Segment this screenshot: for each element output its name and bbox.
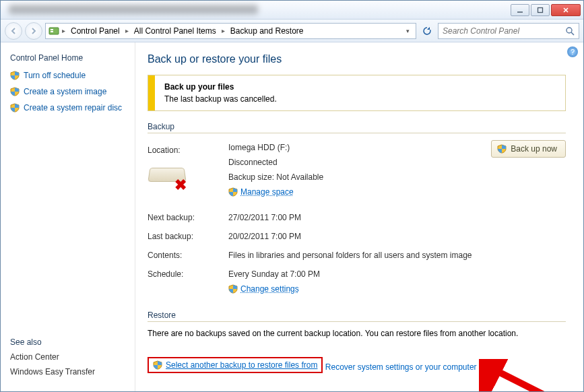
backup-now-label: Back up now bbox=[511, 144, 557, 154]
chevron-right-icon: ▸ bbox=[61, 27, 67, 34]
breadcrumb-item[interactable]: Backup and Restore bbox=[228, 26, 306, 36]
recover-system-link[interactable]: Recover system settings or your computer bbox=[325, 362, 477, 372]
schedule-value: Every Sunday at 7:00 PM bbox=[228, 267, 566, 282]
last-backup-label: Last backup: bbox=[148, 229, 222, 244]
window-titlebar bbox=[1, 1, 583, 20]
shield-icon bbox=[153, 360, 162, 370]
sidebar-link-label: Create a system repair disc bbox=[24, 103, 122, 112]
restore-message: There are no backups saved on the curren… bbox=[148, 329, 566, 338]
alert-title: Back up your files bbox=[164, 82, 277, 92]
page-title: Back up or restore your files bbox=[148, 53, 566, 65]
breadcrumb-item[interactable]: All Control Panel Items bbox=[131, 26, 219, 36]
shield-icon bbox=[497, 144, 507, 154]
error-x-icon: ✖ bbox=[174, 178, 189, 193]
window-title-blurred bbox=[9, 5, 258, 14]
see-also-action-center[interactable]: Action Center bbox=[10, 352, 95, 362]
alert-message: The last backup was cancelled. bbox=[164, 94, 277, 104]
contents-value: Files in libraries and personal folders … bbox=[228, 248, 566, 263]
main-content: Back up or restore your files Back up yo… bbox=[135, 42, 583, 391]
change-settings-link[interactable]: Change settings bbox=[240, 284, 299, 294]
nav-back-button[interactable] bbox=[5, 22, 22, 40]
breadcrumb-item[interactable]: Control Panel bbox=[68, 26, 123, 36]
backup-section-heading: Backup bbox=[148, 122, 566, 133]
shield-icon bbox=[228, 284, 238, 294]
sidebar-link-create-repair-disc[interactable]: Create a system repair disc bbox=[10, 103, 125, 112]
svg-line-8 bbox=[571, 32, 574, 35]
location-value: Iomega HDD (F:) bbox=[228, 140, 472, 155]
minimize-button[interactable] bbox=[511, 4, 529, 16]
address-bar[interactable]: ▸ Control Panel ▸ All Control Panel Item… bbox=[45, 23, 416, 39]
search-icon bbox=[565, 26, 575, 36]
backup-now-button[interactable]: Back up now bbox=[491, 140, 566, 158]
select-another-backup-highlight: Select another backup to restore files f… bbox=[148, 357, 323, 373]
navbar: ▸ Control Panel ▸ All Control Panel Item… bbox=[1, 20, 583, 42]
alert-accent-bar bbox=[148, 75, 155, 110]
search-input[interactable] bbox=[443, 26, 565, 36]
location-label: Location: bbox=[148, 143, 222, 158]
address-dropdown[interactable]: ▾ bbox=[402, 24, 413, 38]
nav-forward-button[interactable] bbox=[25, 22, 42, 40]
maximize-button[interactable] bbox=[531, 4, 550, 16]
next-backup-label: Next backup: bbox=[148, 210, 222, 225]
shield-icon bbox=[10, 87, 20, 96]
sidebar-link-label: Turn off schedule bbox=[24, 71, 86, 80]
sidebar-link-create-system-image[interactable]: Create a system image bbox=[10, 87, 125, 96]
manage-space-link[interactable]: Manage space bbox=[240, 187, 294, 197]
next-backup-value: 27/02/2011 7:00 PM bbox=[228, 210, 566, 225]
schedule-label: Schedule: bbox=[148, 267, 222, 296]
see-also-easy-transfer[interactable]: Windows Easy Transfer bbox=[10, 367, 95, 377]
see-also-section: See also Action Center Windows Easy Tran… bbox=[10, 337, 95, 382]
last-backup-value: 20/02/2011 7:00 PM bbox=[228, 229, 566, 244]
backup-size: Backup size: Not Available bbox=[228, 170, 472, 185]
svg-rect-5 bbox=[51, 29, 53, 30]
shield-icon bbox=[10, 71, 20, 80]
close-button[interactable] bbox=[551, 4, 581, 16]
svg-point-7 bbox=[566, 28, 572, 33]
sidebar-home-link[interactable]: Control Panel Home bbox=[10, 53, 125, 63]
sidebar-link-label: Create a system image bbox=[24, 87, 106, 96]
shield-icon bbox=[10, 103, 20, 112]
alert-box: Back up your files The last backup was c… bbox=[148, 75, 566, 111]
svg-rect-6 bbox=[51, 31, 53, 32]
sidebar-link-turn-off-schedule[interactable]: Turn off schedule bbox=[10, 71, 125, 80]
drive-icon: ✖ bbox=[148, 162, 188, 191]
select-another-backup-link[interactable]: Select another backup to restore files f… bbox=[166, 360, 317, 370]
sidebar: Control Panel Home Turn off schedule Cre… bbox=[1, 42, 135, 391]
connection-status: Disconnected bbox=[228, 155, 472, 170]
restore-section-heading: Restore bbox=[148, 311, 566, 322]
refresh-button[interactable] bbox=[419, 24, 435, 38]
svg-rect-1 bbox=[538, 7, 543, 12]
chevron-right-icon: ▸ bbox=[124, 27, 130, 34]
contents-label: Contents: bbox=[148, 248, 222, 263]
chevron-right-icon: ▸ bbox=[220, 27, 226, 34]
see-also-heading: See also bbox=[10, 337, 95, 347]
search-box[interactable] bbox=[438, 23, 579, 39]
shield-icon bbox=[228, 187, 238, 197]
control-panel-icon bbox=[48, 26, 59, 36]
